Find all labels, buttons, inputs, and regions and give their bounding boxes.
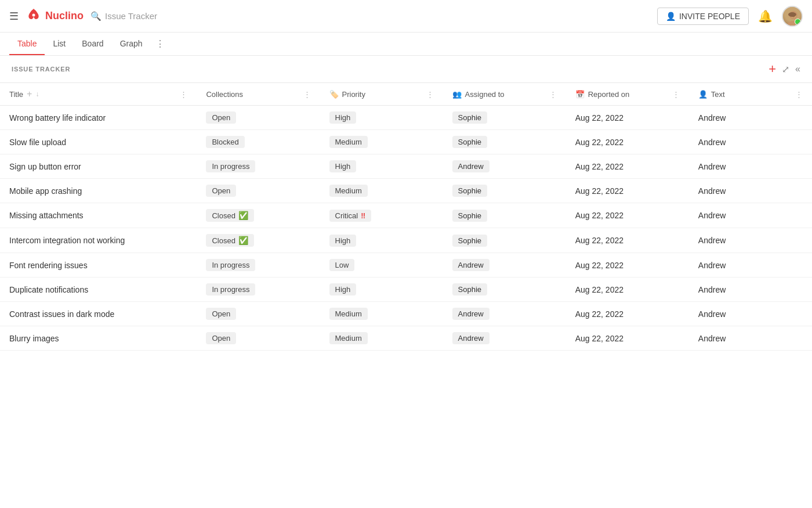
col-sort-icon[interactable]: ↓ — [35, 90, 39, 98]
topnav: ☰ Nuclino 🔍 👤 INVITE PEOPLE 🔔 — [0, 0, 812, 33]
priority-badge: Medium — [329, 332, 368, 344]
reported-cell: Aug 22, 2022 — [566, 278, 689, 302]
svg-point-3 — [787, 21, 800, 27]
col-collections-label: Collections — [206, 90, 243, 99]
hamburger-icon[interactable]: ☰ — [9, 10, 19, 23]
assigned-col-icon: 👥 — [452, 90, 462, 99]
tab-graph[interactable]: Graph — [112, 33, 151, 55]
title-cell[interactable]: Mobile app crashing — [0, 179, 197, 203]
logo[interactable]: Nuclino — [26, 8, 84, 24]
assigned-cell: Andrew — [443, 154, 566, 179]
title-cell[interactable]: Missing attachments — [0, 203, 197, 228]
text-cell: Andrew — [689, 154, 812, 179]
assigned-badge: Andrew — [452, 308, 490, 320]
invite-label: INVITE PEOPLE — [679, 12, 740, 21]
text-cell: Andrew — [689, 302, 812, 326]
priority-badge: High — [329, 160, 357, 172]
svg-point-5 — [794, 13, 795, 15]
tab-board[interactable]: Board — [74, 33, 111, 55]
table-row[interactable]: Font rendering issues In progress Low An… — [0, 253, 812, 278]
check-icon: ✅ — [238, 211, 248, 220]
collection-badge: In progress — [206, 259, 255, 271]
priority-badge: Low — [329, 259, 355, 271]
collapse-icon[interactable]: « — [795, 64, 800, 74]
table-row[interactable]: Mobile app crashing Open Medium Sophie A… — [0, 179, 812, 203]
col-text-more-icon[interactable]: ⋮ — [795, 90, 803, 99]
bell-icon[interactable]: 🔔 — [758, 9, 773, 23]
tab-table[interactable]: Table — [9, 33, 45, 55]
priority-badge: Medium — [329, 136, 368, 148]
title-cell[interactable]: Duplicate notifications — [0, 278, 197, 302]
table-row[interactable]: Sign up button error In progress High An… — [0, 154, 812, 179]
reported-cell: Aug 22, 2022 — [566, 179, 689, 203]
priority-badge: Medium — [329, 185, 368, 197]
table-row[interactable]: Intercom integration not working Closed … — [0, 228, 812, 253]
collection-badge: Open — [206, 332, 236, 344]
title-cell[interactable]: Blurry images — [0, 326, 197, 351]
priority-badge: High — [329, 111, 357, 124]
title-cell[interactable]: Font rendering issues — [0, 253, 197, 278]
table-row[interactable]: Blurry images Open Medium Andrew Aug 22,… — [0, 326, 812, 351]
col-assigned-more-icon[interactable]: ⋮ — [549, 90, 557, 99]
search-icon: 🔍 — [90, 11, 102, 21]
check-icon: ✅ — [238, 236, 248, 245]
assigned-badge: Sophie — [452, 111, 487, 124]
collection-badge: Open — [206, 111, 236, 124]
assigned-cell: Sophie — [443, 179, 566, 203]
table-row[interactable]: Slow file upload Blocked Medium Sophie A… — [0, 130, 812, 154]
col-priority-more-icon[interactable]: ⋮ — [426, 90, 434, 99]
tab-more-icon[interactable]: ⋮ — [151, 33, 169, 55]
col-reported-more-icon[interactable]: ⋮ — [672, 90, 680, 99]
tab-list[interactable]: List — [45, 33, 74, 55]
assigned-cell: Andrew — [443, 326, 566, 351]
section-title: ISSUE TRACKER — [12, 66, 768, 73]
collection-cell: Open — [197, 179, 320, 203]
title-cell[interactable]: Sign up button error — [0, 154, 197, 179]
reported-col-icon: 📅 — [575, 90, 585, 99]
priority-badge: Critical ‼ — [329, 210, 372, 222]
expand-icon[interactable]: ⤢ — [782, 64, 789, 75]
text-cell: Andrew — [689, 278, 812, 302]
critical-icon: ‼ — [361, 211, 365, 220]
priority-cell: Medium — [320, 326, 443, 351]
collection-cell: In progress — [197, 278, 320, 302]
tabbar: Table List Board Graph ⋮ — [0, 33, 812, 56]
priority-cell: High — [320, 278, 443, 302]
section-actions: + ⤢ « — [768, 62, 800, 77]
priority-cell: Medium — [320, 302, 443, 326]
priority-cell: Low — [320, 253, 443, 278]
text-cell: Andrew — [689, 106, 812, 130]
priority-cell: High — [320, 154, 443, 179]
invite-people-button[interactable]: 👤 INVITE PEOPLE — [657, 8, 749, 25]
col-title-more-icon[interactable]: ⋮ — [180, 90, 187, 99]
search-bar: 🔍 — [90, 11, 650, 21]
col-header-title: Title + ↓ ⋮ — [0, 83, 197, 106]
priority-col-icon: 🏷️ — [329, 90, 339, 99]
table-row[interactable]: Missing attachments Closed ✅ Critical ‼ … — [0, 203, 812, 228]
title-cell[interactable]: Contrast issues in dark mode — [0, 302, 197, 326]
avatar-image — [783, 7, 802, 26]
title-cell[interactable]: Intercom integration not working — [0, 228, 197, 253]
text-cell: Andrew — [689, 253, 812, 278]
title-cell[interactable]: Slow file upload — [0, 130, 197, 154]
col-assigned-label: Assigned to — [465, 90, 505, 99]
assigned-cell: Sophie — [443, 106, 566, 130]
add-icon[interactable]: + — [768, 62, 776, 77]
table-row[interactable]: Wrong battery life indicator Open High S… — [0, 106, 812, 130]
title-cell[interactable]: Wrong battery life indicator — [0, 106, 197, 130]
assigned-cell: Sophie — [443, 278, 566, 302]
priority-cell: High — [320, 228, 443, 253]
search-input[interactable] — [105, 11, 221, 21]
priority-badge: High — [329, 283, 357, 296]
table-row[interactable]: Contrast issues in dark mode Open Medium… — [0, 302, 812, 326]
assigned-badge: Sophie — [452, 185, 487, 197]
avatar[interactable] — [782, 6, 803, 27]
col-add-icon[interactable]: + — [27, 89, 32, 99]
collection-cell: Closed ✅ — [197, 203, 320, 228]
table-header-row: Title + ↓ ⋮ Collections ⋮ 🏷️ Priori — [0, 83, 812, 106]
reported-cell: Aug 22, 2022 — [566, 154, 689, 179]
collection-cell: Open — [197, 106, 320, 130]
reported-cell: Aug 22, 2022 — [566, 106, 689, 130]
col-collections-more-icon[interactable]: ⋮ — [303, 90, 311, 99]
table-row[interactable]: Duplicate notifications In progress High… — [0, 278, 812, 302]
